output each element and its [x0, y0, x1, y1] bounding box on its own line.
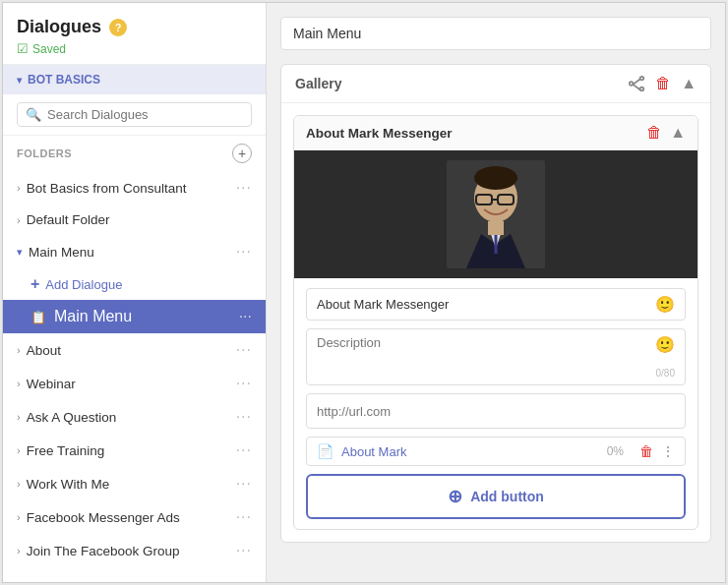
- button-row-label[interactable]: About Mark: [341, 444, 599, 459]
- sidebar-item-join-facebook[interactable]: › Join The Facebook Group ···: [3, 534, 266, 567]
- sidebar-item-free-training[interactable]: › Free Training ···: [3, 434, 266, 467]
- nav-item-label: Work With Me: [27, 477, 110, 492]
- nav-item-label: Bot Basics from Consultant: [27, 181, 187, 196]
- dots-icon: ···: [236, 408, 252, 426]
- description-textarea[interactable]: [317, 335, 647, 375]
- nav-item-label: Default Folder: [27, 212, 110, 227]
- delete-card-icon[interactable]: 🗑: [646, 124, 662, 142]
- card-name-input[interactable]: [317, 297, 655, 312]
- emoji-icon-desc[interactable]: 🙂: [655, 335, 675, 354]
- sidebar-item-webinar[interactable]: › Webinar ···: [3, 367, 266, 400]
- sidebar-item-facebook-ads[interactable]: › Facebook Messenger Ads ···: [3, 500, 266, 534]
- sidebar-header: Dialogues ? ☑ Saved: [3, 3, 266, 65]
- app-title: Dialogues: [17, 17, 101, 37]
- button-row-trash-icon[interactable]: 🗑: [639, 443, 653, 459]
- nav-item-label: Free Training: [27, 443, 105, 458]
- gallery-title: Gallery: [295, 76, 341, 91]
- nav-item-label: About: [27, 343, 61, 358]
- card-image-area: [294, 150, 698, 278]
- button-row-percent: 0%: [607, 444, 624, 458]
- nav-item-label: Main Menu: [29, 245, 94, 260]
- main-content: Gallery 🗑 ▲ About Mark Messenger: [267, 3, 725, 582]
- doc-icon: 📋: [30, 310, 46, 324]
- person-image: [447, 160, 545, 268]
- share-icon[interactable]: [628, 75, 645, 92]
- sidebar-item-main-menu[interactable]: ▾ Main Menu ···: [3, 235, 266, 268]
- caret-icon: ›: [17, 511, 21, 523]
- caret-icon: ›: [17, 214, 21, 226]
- add-button-cta[interactable]: ⊕ Add button: [306, 474, 686, 519]
- gallery-card: Gallery 🗑 ▲ About Mark Messenger: [280, 64, 711, 543]
- inner-card-icons: 🗑 ▲: [646, 124, 686, 142]
- sidebar-item-work-with-me[interactable]: › Work With Me ···: [3, 467, 266, 500]
- svg-point-2: [640, 88, 644, 91]
- description-count: 0/80: [656, 368, 675, 379]
- add-button-plus-icon: ⊕: [448, 486, 462, 507]
- dots-icon: ···: [236, 508, 252, 526]
- gallery-header-icons: 🗑 ▲: [628, 75, 697, 92]
- folders-label: FOLDERS: [17, 147, 72, 159]
- dots-icon: ···: [239, 308, 252, 325]
- inner-card: About Mark Messenger 🗑 ▲: [293, 115, 698, 530]
- search-input[interactable]: [47, 107, 243, 122]
- button-row: 📄 About Mark 0% 🗑 ⋮: [306, 437, 686, 466]
- search-wrap: 🔍: [17, 102, 252, 127]
- button-row-more-icon[interactable]: ⋮: [661, 443, 675, 459]
- sidebar-item-ask-question[interactable]: › Ask A Question ···: [3, 400, 266, 434]
- inner-card-title: About Mark Messenger: [306, 126, 453, 141]
- caret-icon: ›: [17, 378, 21, 389]
- dots-icon: ···: [236, 542, 252, 559]
- sidebar-item-default-folder[interactable]: › Default Folder: [3, 205, 266, 235]
- help-icon[interactable]: ?: [109, 19, 127, 36]
- emoji-icon-name[interactable]: 🙂: [655, 295, 675, 314]
- caret-icon: ›: [17, 444, 21, 456]
- caret-icon: ›: [17, 182, 21, 194]
- dots-icon: ···: [236, 341, 252, 359]
- svg-point-0: [640, 77, 644, 81]
- collapse-gallery-icon[interactable]: ▲: [681, 75, 697, 92]
- sidebar-item-bot-basics[interactable]: › Bot Basics from Consultant ···: [3, 171, 266, 205]
- card-name-field: 🙂: [306, 288, 686, 321]
- dots-icon: ···: [236, 243, 252, 261]
- saved-check-icon: ☑: [17, 41, 29, 56]
- inner-card-header: About Mark Messenger 🗑 ▲: [294, 116, 698, 150]
- main-menu-input[interactable]: [280, 17, 711, 50]
- svg-point-1: [630, 82, 634, 86]
- caret-icon: ›: [17, 478, 21, 490]
- card-body: 🙂 🙂 0/80 📄 About Mark: [294, 278, 698, 529]
- saved-label: Saved: [32, 42, 66, 56]
- caret-icon: ›: [17, 545, 21, 556]
- dots-icon: ···: [236, 475, 252, 493]
- nav-item-label: Ask A Question: [27, 410, 117, 425]
- plus-icon: +: [30, 275, 39, 293]
- nav-item-label: Join The Facebook Group: [27, 544, 180, 558]
- url-input[interactable]: [317, 404, 675, 419]
- collapse-card-icon[interactable]: ▲: [670, 124, 686, 142]
- svg-line-3: [634, 80, 640, 85]
- folders-row: FOLDERS +: [3, 136, 266, 171]
- svg-line-4: [634, 85, 640, 89]
- add-button-label: Add button: [470, 489, 544, 504]
- sidebar-item-about[interactable]: › About ···: [3, 333, 266, 367]
- dots-icon: ···: [236, 179, 252, 197]
- add-folder-button[interactable]: +: [232, 144, 252, 163]
- nav-item-label: Main Menu: [54, 308, 231, 325]
- dots-icon: ···: [236, 441, 252, 459]
- search-container: 🔍: [3, 94, 266, 136]
- svg-point-7: [474, 166, 517, 190]
- description-area: 🙂 0/80: [306, 328, 686, 385]
- delete-gallery-icon[interactable]: 🗑: [655, 75, 671, 92]
- nav-item-label: Webinar: [27, 377, 76, 391]
- url-field: [306, 393, 686, 429]
- section-label: BOT BASICS: [28, 73, 100, 87]
- sidebar-item-main-menu-file[interactable]: 📋 Main Menu ···: [3, 300, 266, 333]
- add-dialogue-button[interactable]: + Add Dialogue: [3, 268, 266, 300]
- section-header: ▾ BOT BASICS: [3, 65, 266, 94]
- svg-rect-11: [488, 221, 504, 235]
- caret-icon: ›: [17, 344, 21, 356]
- sidebar: Dialogues ? ☑ Saved ▾ BOT BASICS 🔍 FOLDE…: [3, 3, 267, 582]
- caret-icon: ›: [17, 411, 21, 423]
- nav-item-label: Facebook Messenger Ads: [27, 510, 180, 525]
- chevron-down-icon: ▾: [17, 75, 22, 86]
- nav-items: › Bot Basics from Consultant ··· › Defau…: [3, 171, 266, 582]
